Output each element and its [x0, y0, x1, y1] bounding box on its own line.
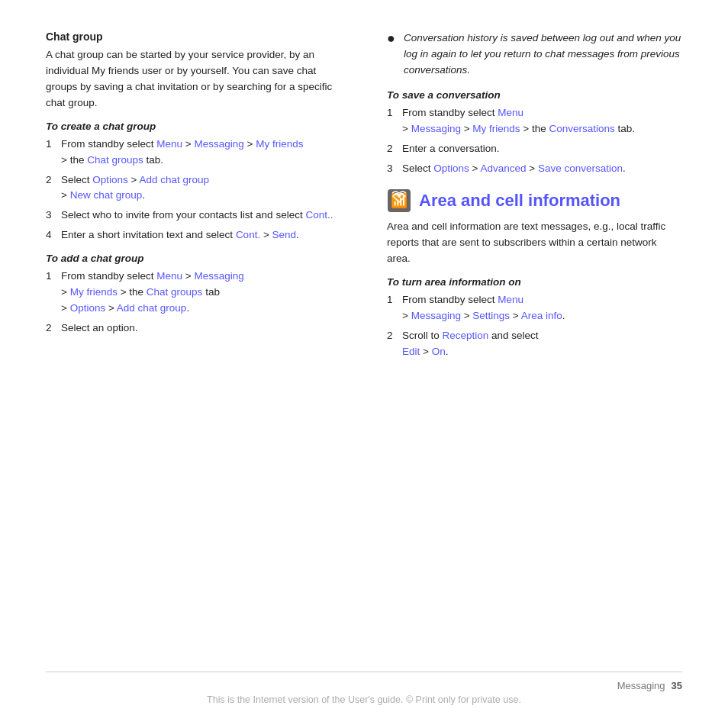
add-step-1: 1 From standby select Menu > Messaging> … [46, 269, 341, 317]
step-num-3: 3 [46, 208, 58, 224]
page-container: Chat group A chat group can be started b… [0, 0, 728, 728]
footer-page-number: 35 [672, 680, 682, 691]
link-send-4[interactable]: Send [272, 229, 297, 240]
link-messaging-area1[interactable]: Messaging [411, 310, 461, 321]
step-num-1: 1 [46, 137, 58, 153]
link-menu-add1[interactable]: Menu [156, 270, 182, 282]
link-messaging-save1[interactable]: Messaging [411, 123, 461, 134]
link-myfriends-save1[interactable]: My friends [472, 123, 520, 134]
footer: Messaging 35 This is the Internet versio… [46, 672, 682, 705]
save-step-1: 1 From standby select Menu> Messaging > … [387, 105, 682, 137]
save-step-2: 2 Enter a conversation. [387, 141, 682, 157]
link-conversations-save1[interactable]: Conversations [549, 123, 615, 134]
area-info-icon: 📶 [387, 188, 411, 213]
left-column: Chat group A chat group can be started b… [46, 31, 349, 659]
link-messaging-1[interactable]: Messaging [194, 138, 243, 150]
save-step-num-1: 1 [387, 105, 399, 121]
link-settings-area1[interactable]: Settings [472, 310, 510, 321]
area-step-text-2: Scroll to Reception and selectEdit > On. [402, 328, 682, 360]
create-step-3: 3 Select who to invite from your contact… [46, 208, 341, 224]
link-addchatgroup-2[interactable]: Add chat group [139, 174, 209, 185]
create-step-1: 1 From standby select Menu > Messaging >… [46, 137, 341, 169]
create-steps-list: 1 From standby select Menu > Messaging >… [46, 137, 341, 244]
save-step-text-3: Select Options > Advanced > Save convers… [402, 161, 682, 177]
link-advanced-save3[interactable]: Advanced [480, 163, 526, 174]
link-areainfo-area1[interactable]: Area info [521, 310, 562, 321]
step-text-3: Select who to invite from your contacts … [61, 208, 341, 224]
footer-section-label: Messaging [617, 680, 665, 691]
add-step-2: 2 Select an option. [46, 321, 341, 337]
area-section-header: 📶 Area and cell information [387, 188, 682, 213]
add-chat-group-title: To add a chat group [46, 253, 341, 264]
link-cont-3[interactable]: Cont.. [305, 209, 333, 221]
chat-group-title: Chat group [46, 31, 341, 43]
note-icon: ● [387, 31, 401, 47]
link-myfriends-add1[interactable]: My friends [70, 286, 118, 298]
link-chatgroups-add1[interactable]: Chat groups [147, 286, 203, 298]
area-steps-list: 1 From standby select Menu> Messaging > … [387, 292, 682, 360]
link-menu-area1[interactable]: Menu [498, 294, 523, 305]
link-messaging-add1[interactable]: Messaging [194, 270, 243, 282]
note-item: ● Conversation history is saved between … [387, 31, 682, 79]
note-text: Conversation history is saved between lo… [404, 31, 682, 79]
link-menu-save1[interactable]: Menu [498, 107, 523, 118]
save-steps-list: 1 From standby select Menu> Messaging > … [387, 105, 682, 177]
footer-page-line: Messaging 35 [46, 680, 682, 691]
save-step-text-1: From standby select Menu> Messaging > My… [402, 105, 682, 137]
link-edit-area2[interactable]: Edit [402, 346, 420, 357]
link-saveconv-save3[interactable]: Save conversation [538, 163, 623, 174]
link-menu-1[interactable]: Menu [156, 138, 182, 150]
footer-note: This is the Internet version of the User… [207, 694, 521, 705]
chat-group-body: A chat group can be started by your serv… [46, 47, 341, 111]
link-cont-4[interactable]: Cont. [236, 229, 260, 240]
turn-area-title: To turn area information on [387, 276, 682, 288]
area-step-num-2: 2 [387, 328, 399, 344]
save-step-3: 3 Select Options > Advanced > Save conve… [387, 161, 682, 177]
add-steps-list: 1 From standby select Menu > Messaging> … [46, 269, 341, 337]
save-step-num-2: 2 [387, 141, 399, 157]
add-step-text-2: Select an option. [61, 321, 341, 337]
step-text-4: Enter a short invitation text and select… [61, 227, 341, 243]
save-conversation-title: To save a conversation [387, 89, 682, 101]
area-body: Area and cell information are text messa… [387, 219, 682, 267]
create-chat-group-title: To create a chat group [46, 121, 341, 132]
link-myfriends-1[interactable]: My friends [256, 138, 303, 150]
link-chatgroups-1[interactable]: Chat groups [87, 154, 143, 166]
add-step-num-1: 1 [46, 269, 58, 285]
area-step-num-1: 1 [387, 292, 399, 308]
svg-point-2 [398, 195, 401, 198]
step-num-2: 2 [46, 172, 58, 188]
right-column: ● Conversation history is saved between … [379, 31, 682, 659]
link-newchatgroup-2[interactable]: New chat group [70, 189, 143, 201]
create-step-4: 4 Enter a short invitation text and sele… [46, 227, 341, 243]
link-reception-area2[interactable]: Reception [443, 330, 489, 341]
step-num-4: 4 [46, 227, 58, 243]
link-on-area2[interactable]: On [432, 346, 446, 357]
step-text-2: Select Options > Add chat group> New cha… [61, 172, 341, 205]
area-step-1: 1 From standby select Menu> Messaging > … [387, 292, 682, 324]
create-step-2: 2 Select Options > Add chat group> New c… [46, 172, 341, 205]
add-step-num-2: 2 [46, 321, 58, 337]
save-step-num-3: 3 [387, 161, 399, 177]
main-content: Chat group A chat group can be started b… [46, 31, 682, 659]
step-text-1: From standby select Menu > Messaging > M… [61, 137, 341, 169]
area-step-2: 2 Scroll to Reception and selectEdit > O… [387, 328, 682, 360]
area-step-text-1: From standby select Menu> Messaging > Se… [402, 292, 682, 324]
save-step-text-2: Enter a conversation. [402, 141, 682, 157]
area-section-title: Area and cell information [419, 191, 620, 211]
add-step-text-1: From standby select Menu > Messaging> My… [61, 269, 341, 317]
link-options-2[interactable]: Options [92, 174, 128, 185]
link-options-add1[interactable]: Options [70, 302, 106, 314]
link-addchatgroup-add1[interactable]: Add chat group [117, 302, 187, 314]
link-options-save3[interactable]: Options [433, 163, 469, 174]
